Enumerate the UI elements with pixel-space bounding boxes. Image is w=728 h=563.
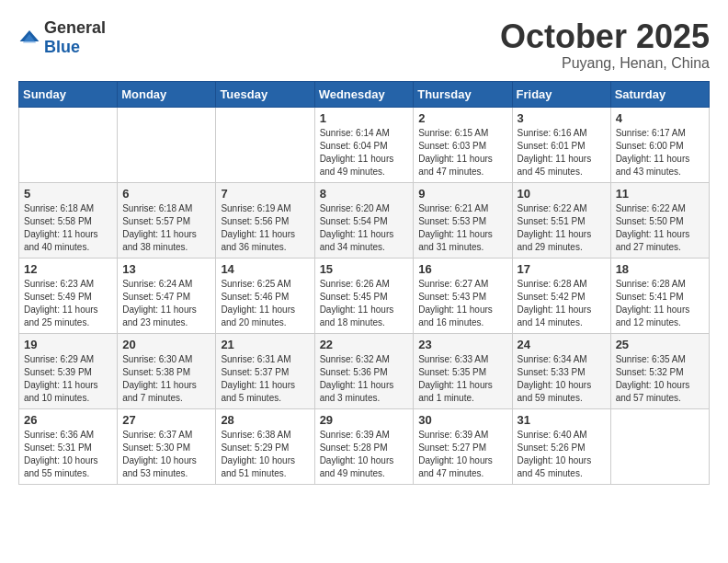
calendar-cell: 26Sunrise: 6:36 AM Sunset: 5:31 PM Dayli…	[19, 408, 118, 484]
day-number: 5	[24, 187, 112, 201]
weekday-header: Tuesday	[216, 81, 314, 107]
calendar-cell: 8Sunrise: 6:20 AM Sunset: 5:54 PM Daylig…	[314, 182, 414, 258]
day-number: 14	[221, 262, 309, 276]
day-info: Sunrise: 6:17 AM Sunset: 6:00 PM Dayligh…	[616, 127, 704, 178]
day-number: 17	[518, 262, 606, 276]
logo-icon	[18, 27, 40, 49]
weekday-header: Sunday	[19, 81, 118, 107]
day-info: Sunrise: 6:38 AM Sunset: 5:29 PM Dayligh…	[221, 429, 309, 480]
day-info: Sunrise: 6:15 AM Sunset: 6:03 PM Dayligh…	[418, 127, 506, 178]
day-number: 12	[24, 262, 112, 276]
calendar-cell: 3Sunrise: 6:16 AM Sunset: 6:01 PM Daylig…	[512, 107, 610, 182]
calendar-cell: 24Sunrise: 6:34 AM Sunset: 5:33 PM Dayli…	[512, 333, 610, 408]
calendar-cell	[610, 408, 709, 484]
page-header: General Blue October 2025 Puyang, Henan,…	[18, 18, 710, 72]
calendar-cell: 30Sunrise: 6:39 AM Sunset: 5:27 PM Dayli…	[414, 408, 512, 484]
day-number: 31	[518, 413, 606, 427]
location: Puyang, Henan, China	[500, 55, 710, 72]
calendar-cell: 4Sunrise: 6:17 AM Sunset: 6:00 PM Daylig…	[610, 107, 709, 182]
day-info: Sunrise: 6:24 AM Sunset: 5:47 PM Dayligh…	[122, 278, 210, 329]
calendar-cell: 28Sunrise: 6:38 AM Sunset: 5:29 PM Dayli…	[216, 408, 314, 484]
day-number: 27	[122, 413, 210, 427]
logo: General Blue	[18, 18, 106, 57]
calendar-week-row: 26Sunrise: 6:36 AM Sunset: 5:31 PM Dayli…	[19, 408, 710, 484]
calendar-cell: 29Sunrise: 6:39 AM Sunset: 5:28 PM Dayli…	[314, 408, 414, 484]
calendar-cell: 2Sunrise: 6:15 AM Sunset: 6:03 PM Daylig…	[414, 107, 512, 182]
day-info: Sunrise: 6:35 AM Sunset: 5:32 PM Dayligh…	[616, 353, 704, 405]
day-number: 13	[122, 262, 210, 276]
weekday-header: Saturday	[610, 81, 709, 107]
calendar-cell: 19Sunrise: 6:29 AM Sunset: 5:39 PM Dayli…	[19, 333, 118, 408]
day-info: Sunrise: 6:31 AM Sunset: 5:37 PM Dayligh…	[221, 353, 309, 405]
day-number: 25	[616, 338, 704, 351]
day-number: 16	[418, 262, 506, 276]
day-info: Sunrise: 6:19 AM Sunset: 5:56 PM Dayligh…	[221, 202, 309, 254]
day-info: Sunrise: 6:23 AM Sunset: 5:49 PM Dayligh…	[24, 278, 112, 329]
weekday-header-row: SundayMondayTuesdayWednesdayThursdayFrid…	[19, 81, 710, 107]
weekday-header: Friday	[512, 81, 610, 107]
day-number: 9	[418, 187, 506, 201]
day-number: 30	[418, 413, 506, 427]
calendar-cell: 13Sunrise: 6:24 AM Sunset: 5:47 PM Dayli…	[118, 258, 216, 333]
day-number: 18	[616, 262, 704, 276]
day-number: 22	[320, 338, 409, 351]
day-info: Sunrise: 6:20 AM Sunset: 5:54 PM Dayligh…	[320, 202, 409, 254]
day-info: Sunrise: 6:37 AM Sunset: 5:30 PM Dayligh…	[122, 429, 210, 480]
logo-blue: Blue	[44, 38, 80, 56]
logo-text: General Blue	[44, 18, 106, 57]
day-info: Sunrise: 6:22 AM Sunset: 5:51 PM Dayligh…	[518, 202, 606, 254]
calendar-cell	[19, 107, 118, 182]
day-number: 8	[320, 187, 409, 201]
day-info: Sunrise: 6:26 AM Sunset: 5:45 PM Dayligh…	[320, 278, 409, 329]
calendar-cell: 12Sunrise: 6:23 AM Sunset: 5:49 PM Dayli…	[19, 258, 118, 333]
day-number: 28	[221, 413, 309, 427]
day-info: Sunrise: 6:27 AM Sunset: 5:43 PM Dayligh…	[418, 278, 506, 329]
day-info: Sunrise: 6:40 AM Sunset: 5:26 PM Dayligh…	[518, 429, 606, 480]
calendar-cell: 1Sunrise: 6:14 AM Sunset: 6:04 PM Daylig…	[314, 107, 414, 182]
calendar-week-row: 19Sunrise: 6:29 AM Sunset: 5:39 PM Dayli…	[19, 333, 710, 408]
calendar-cell: 18Sunrise: 6:28 AM Sunset: 5:41 PM Dayli…	[610, 258, 709, 333]
day-number: 11	[616, 187, 704, 201]
day-number: 29	[320, 413, 409, 427]
day-info: Sunrise: 6:32 AM Sunset: 5:36 PM Dayligh…	[320, 353, 409, 405]
calendar-cell: 27Sunrise: 6:37 AM Sunset: 5:30 PM Dayli…	[118, 408, 216, 484]
day-number: 23	[418, 338, 506, 351]
day-info: Sunrise: 6:16 AM Sunset: 6:01 PM Dayligh…	[518, 127, 606, 178]
day-number: 1	[320, 111, 409, 125]
day-info: Sunrise: 6:28 AM Sunset: 5:42 PM Dayligh…	[518, 278, 606, 329]
calendar-cell: 14Sunrise: 6:25 AM Sunset: 5:46 PM Dayli…	[216, 258, 314, 333]
day-info: Sunrise: 6:33 AM Sunset: 5:35 PM Dayligh…	[418, 353, 506, 405]
day-number: 2	[418, 111, 506, 125]
day-info: Sunrise: 6:18 AM Sunset: 5:58 PM Dayligh…	[24, 202, 112, 254]
calendar-cell	[216, 107, 314, 182]
calendar-cell: 31Sunrise: 6:40 AM Sunset: 5:26 PM Dayli…	[512, 408, 610, 484]
day-info: Sunrise: 6:39 AM Sunset: 5:27 PM Dayligh…	[418, 429, 506, 480]
day-number: 4	[616, 111, 704, 125]
day-number: 10	[518, 187, 606, 201]
day-number: 21	[221, 338, 309, 351]
logo-general: General	[44, 18, 106, 37]
weekday-header: Monday	[118, 81, 216, 107]
day-info: Sunrise: 6:34 AM Sunset: 5:33 PM Dayligh…	[518, 353, 606, 405]
calendar-cell: 5Sunrise: 6:18 AM Sunset: 5:58 PM Daylig…	[19, 182, 118, 258]
day-info: Sunrise: 6:36 AM Sunset: 5:31 PM Dayligh…	[24, 429, 112, 480]
day-info: Sunrise: 6:14 AM Sunset: 6:04 PM Dayligh…	[320, 127, 409, 178]
calendar-cell: 23Sunrise: 6:33 AM Sunset: 5:35 PM Dayli…	[414, 333, 512, 408]
day-number: 24	[518, 338, 606, 351]
day-number: 26	[24, 413, 112, 427]
calendar-cell: 6Sunrise: 6:18 AM Sunset: 5:57 PM Daylig…	[118, 182, 216, 258]
calendar-cell: 11Sunrise: 6:22 AM Sunset: 5:50 PM Dayli…	[610, 182, 709, 258]
day-number: 7	[221, 187, 309, 201]
month-title: October 2025	[500, 18, 710, 55]
day-info: Sunrise: 6:22 AM Sunset: 5:50 PM Dayligh…	[616, 202, 704, 254]
day-info: Sunrise: 6:28 AM Sunset: 5:41 PM Dayligh…	[616, 278, 704, 329]
day-number: 20	[122, 338, 210, 351]
calendar-week-row: 1Sunrise: 6:14 AM Sunset: 6:04 PM Daylig…	[19, 107, 710, 182]
calendar-cell: 15Sunrise: 6:26 AM Sunset: 5:45 PM Dayli…	[314, 258, 414, 333]
calendar-cell	[118, 107, 216, 182]
calendar-cell: 25Sunrise: 6:35 AM Sunset: 5:32 PM Dayli…	[610, 333, 709, 408]
day-number: 3	[518, 111, 606, 125]
day-info: Sunrise: 6:30 AM Sunset: 5:38 PM Dayligh…	[122, 353, 210, 405]
day-number: 6	[122, 187, 210, 201]
calendar-cell: 22Sunrise: 6:32 AM Sunset: 5:36 PM Dayli…	[314, 333, 414, 408]
